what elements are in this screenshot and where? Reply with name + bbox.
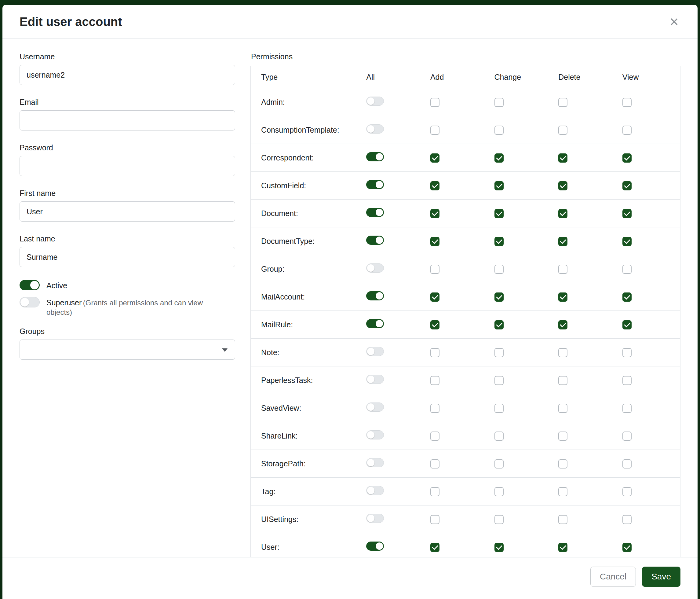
permission-all-toggle[interactable] [366, 514, 384, 523]
permission-add-checkbox[interactable] [430, 432, 440, 441]
permission-delete-checkbox[interactable] [558, 404, 568, 413]
permission-add-checkbox[interactable] [430, 126, 440, 135]
permission-delete-checkbox[interactable] [558, 237, 568, 246]
permission-all-toggle[interactable] [366, 347, 384, 356]
email-input[interactable] [20, 110, 235, 130]
cancel-button[interactable]: Cancel [590, 567, 636, 587]
permission-view-checkbox[interactable] [622, 292, 632, 302]
permission-view-checkbox[interactable] [622, 265, 632, 274]
permission-view-checkbox[interactable] [622, 376, 632, 385]
permission-add-checkbox[interactable] [430, 209, 440, 218]
permission-delete-checkbox[interactable] [558, 459, 568, 469]
permission-change-checkbox[interactable] [495, 265, 504, 274]
permission-add-checkbox[interactable] [430, 265, 440, 274]
permission-view-checkbox[interactable] [622, 487, 632, 496]
permission-view-checkbox[interactable] [622, 459, 632, 469]
groups-select[interactable] [20, 339, 235, 360]
permission-all-toggle[interactable] [366, 542, 384, 551]
permission-all-toggle[interactable] [366, 236, 384, 245]
permission-change-checkbox[interactable] [495, 459, 504, 469]
permission-all-toggle[interactable] [366, 403, 384, 412]
permission-delete-checkbox[interactable] [558, 515, 568, 524]
permissions-section: Permissions Type All Add Change Delete V… [250, 52, 680, 557]
permission-change-checkbox[interactable] [495, 320, 504, 330]
permission-all-toggle[interactable] [366, 291, 384, 301]
permission-view-checkbox[interactable] [622, 432, 632, 441]
close-icon[interactable]: × [668, 14, 680, 29]
permission-add-checkbox[interactable] [430, 487, 440, 496]
active-toggle[interactable] [20, 280, 40, 290]
email-field-group: Email [20, 98, 235, 130]
permission-delete-checkbox[interactable] [558, 543, 568, 552]
password-input[interactable] [20, 156, 235, 176]
permission-all-toggle[interactable] [366, 486, 384, 495]
permission-add-checkbox[interactable] [430, 153, 440, 163]
permission-delete-checkbox[interactable] [558, 348, 568, 357]
permission-delete-checkbox[interactable] [558, 126, 568, 135]
permission-all-toggle[interactable] [366, 152, 384, 161]
permission-all-toggle[interactable] [366, 97, 384, 106]
save-button[interactable]: Save [642, 567, 680, 587]
permission-delete-checkbox[interactable] [558, 320, 568, 330]
permission-delete-checkbox[interactable] [558, 98, 568, 107]
permission-change-checkbox[interactable] [495, 404, 504, 413]
permission-delete-checkbox[interactable] [558, 153, 568, 163]
permission-all-toggle[interactable] [366, 263, 384, 272]
permission-add-checkbox[interactable] [430, 543, 440, 552]
permission-change-checkbox[interactable] [495, 209, 504, 218]
permission-add-checkbox[interactable] [430, 348, 440, 357]
permission-add-checkbox[interactable] [430, 292, 440, 302]
permission-change-checkbox[interactable] [495, 153, 504, 163]
permission-change-checkbox[interactable] [495, 126, 504, 135]
permission-change-checkbox[interactable] [495, 376, 504, 385]
first-name-input[interactable] [20, 201, 235, 221]
permission-add-checkbox[interactable] [430, 515, 440, 524]
permission-change-checkbox[interactable] [495, 515, 504, 524]
last-name-input[interactable] [20, 247, 235, 267]
permission-change-checkbox[interactable] [495, 98, 504, 107]
permission-view-checkbox[interactable] [622, 181, 632, 190]
permission-view-checkbox[interactable] [622, 126, 632, 135]
permission-all-toggle[interactable] [366, 124, 384, 134]
permission-all-toggle[interactable] [366, 208, 384, 217]
permission-delete-checkbox[interactable] [558, 376, 568, 385]
permission-change-checkbox[interactable] [495, 348, 504, 357]
permission-add-checkbox[interactable] [430, 459, 440, 469]
permission-view-checkbox[interactable] [622, 320, 632, 330]
permission-view-checkbox[interactable] [622, 404, 632, 413]
permission-change-checkbox[interactable] [495, 237, 504, 246]
permission-add-checkbox[interactable] [430, 237, 440, 246]
permission-all-toggle[interactable] [366, 430, 384, 439]
permission-add-checkbox[interactable] [430, 404, 440, 413]
permission-delete-checkbox[interactable] [558, 181, 568, 190]
permission-view-checkbox[interactable] [622, 348, 632, 357]
permission-add-checkbox[interactable] [430, 376, 440, 385]
permission-change-checkbox[interactable] [495, 432, 504, 441]
username-input[interactable] [20, 65, 235, 85]
permission-delete-checkbox[interactable] [558, 487, 568, 496]
permission-change-checkbox[interactable] [495, 292, 504, 302]
permission-all-toggle[interactable] [366, 180, 384, 189]
permission-view-checkbox[interactable] [622, 209, 632, 218]
column-header-delete: Delete [552, 66, 616, 88]
permission-add-checkbox[interactable] [430, 320, 440, 330]
permission-change-checkbox[interactable] [495, 487, 504, 496]
permission-all-toggle[interactable] [366, 319, 384, 328]
permission-all-toggle[interactable] [366, 375, 384, 384]
permission-view-checkbox[interactable] [622, 543, 632, 552]
permission-view-checkbox[interactable] [622, 515, 632, 524]
permission-view-checkbox[interactable] [622, 237, 632, 246]
permission-all-toggle[interactable] [366, 458, 384, 467]
permission-delete-checkbox[interactable] [558, 265, 568, 274]
permission-view-checkbox[interactable] [622, 98, 632, 107]
permission-delete-checkbox[interactable] [558, 292, 568, 302]
permission-row: Admin: [251, 88, 680, 116]
permission-add-checkbox[interactable] [430, 98, 440, 107]
permission-delete-checkbox[interactable] [558, 209, 568, 218]
permission-delete-checkbox[interactable] [558, 432, 568, 441]
permission-add-checkbox[interactable] [430, 181, 440, 190]
permission-change-checkbox[interactable] [495, 181, 504, 190]
permission-view-checkbox[interactable] [622, 153, 632, 163]
superuser-toggle[interactable] [20, 297, 40, 308]
permission-change-checkbox[interactable] [495, 543, 504, 552]
